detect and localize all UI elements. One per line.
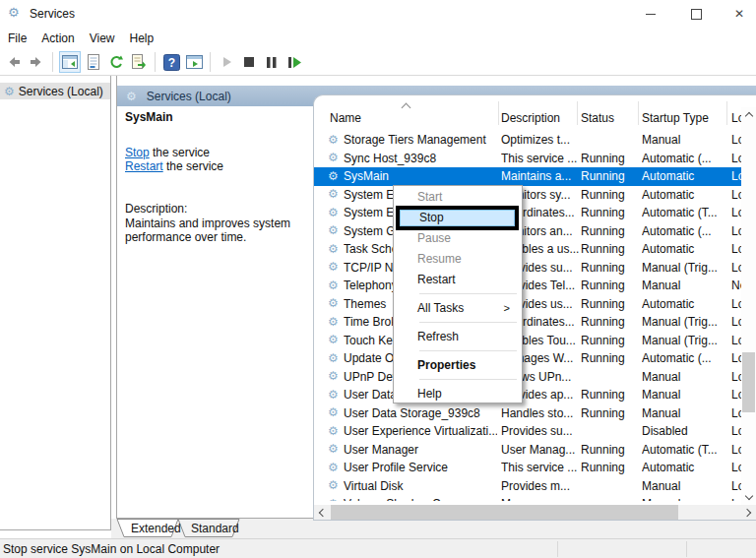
services-node-icon: ⚙	[4, 86, 15, 97]
export-list-button[interactable]	[129, 52, 149, 72]
help-button[interactable]: ?	[161, 52, 181, 72]
context-menu-item-refresh[interactable]: Refresh	[394, 327, 520, 347]
column-header-status[interactable]: Status	[581, 111, 614, 125]
minimize-button[interactable]	[631, 0, 670, 28]
table-row[interactable]: ⚙Task SchedulerEnables a us...RunningAut…	[314, 240, 741, 259]
table-row[interactable]: ⚙TCP/IP NetBIOS HelperProvides su...Runn…	[314, 259, 741, 278]
cell-startup-type: Automatic (...	[642, 351, 729, 365]
tree-item-services-local[interactable]: ⚙ Services (Local)	[0, 83, 110, 99]
refresh-button[interactable]	[106, 52, 126, 72]
service-gear-icon: ⚙	[328, 279, 339, 291]
toolbar-separator	[210, 52, 211, 72]
menu-file[interactable]: File	[8, 31, 27, 45]
cell-startup-type: Manual	[642, 133, 729, 147]
menu-view[interactable]: View	[90, 31, 115, 45]
table-row[interactable]: ⚙System Events BrokerCoordinates...Runni…	[314, 204, 741, 222]
table-row[interactable]: ⚙TelephonyProvides Tel...RunningManualNe	[314, 277, 741, 295]
service-gear-icon: ⚙	[328, 224, 339, 236]
cell-status: Running	[581, 406, 638, 420]
column-divider[interactable]	[577, 101, 578, 125]
cell-log-on-as: Lo	[731, 370, 741, 384]
tab-standard-label[interactable]: Standard	[191, 522, 239, 535]
scroll-left-button[interactable]	[314, 505, 329, 521]
table-row[interactable]: ⚙Virtual DiskProvides m...ManualLo	[314, 477, 741, 496]
table-row[interactable]: ⚙Sync Host_939c8This service ...RunningA…	[314, 150, 741, 168]
cell-startup-type: Automatic	[642, 188, 729, 202]
column-header-startup-type[interactable]: Startup Type	[642, 111, 709, 125]
context-menu-item-resume[interactable]: Resume	[394, 249, 520, 270]
close-button[interactable]: ✕	[720, 0, 756, 28]
cell-startup-type: Automatic (...	[642, 152, 729, 165]
cell-status: Running	[581, 169, 638, 183]
table-row[interactable]: ⚙Update Orchestrator ServiceManages W...…	[314, 349, 741, 368]
context-menu-item-start[interactable]: Start	[394, 187, 520, 208]
table-row[interactable]: ⚙Time BrokerCoordinates...RunningManual …	[314, 313, 741, 332]
column-divider[interactable]	[726, 101, 727, 125]
cell-startup-type: Manual	[642, 406, 729, 420]
scroll-down-button[interactable]	[741, 490, 756, 505]
menu-separator	[419, 322, 517, 323]
view-tabs: Extended Standard	[116, 519, 256, 538]
context-menu-item-all-tasks[interactable]: All Tasks>	[394, 298, 520, 319]
cell-startup-type: Automatic (...	[642, 224, 729, 238]
table-row[interactable]: ⚙User Profile ServiceThis service ...Run…	[314, 459, 741, 477]
table-row[interactable]: ⚙Touch Keyboard and Handw...Enables Tou.…	[314, 332, 741, 350]
column-divider[interactable]	[638, 101, 639, 125]
cell-startup-type: Automatic	[642, 297, 729, 311]
stop-service-button[interactable]	[239, 52, 259, 72]
menu-action[interactable]: Action	[41, 31, 74, 45]
table-row[interactable]: ⚙User ManagerUser Manag...RunningAutomat…	[314, 441, 741, 460]
tab-extended-label[interactable]: Extended	[131, 522, 181, 535]
stop-service-line-text: the service	[150, 146, 210, 159]
table-row[interactable]: ⚙SysMainMaintains a...RunningAutomaticLo	[314, 167, 741, 186]
table-row[interactable]: ⚙System Event Notification ServiceMonito…	[314, 186, 741, 205]
pause-icon	[266, 56, 278, 69]
context-menu-item-help[interactable]: Help	[394, 384, 520, 404]
show-console-tree-button[interactable]	[59, 51, 81, 73]
context-menu-item-properties[interactable]: Properties	[394, 355, 520, 376]
table-row[interactable]: ⚙UPnP Device HostAllows UPn...ManualLo	[314, 368, 741, 387]
scroll-right-button[interactable]	[741, 505, 756, 521]
pause-service-button[interactable]	[262, 52, 282, 72]
table-row[interactable]: ⚙Storage Tiers ManagementOptimizes t...M…	[314, 131, 741, 150]
properties-button[interactable]	[84, 52, 103, 72]
menu-bar: FileActionViewHelp	[0, 28, 756, 49]
table-row[interactable]: ⚙User Data Storage_939c8Handles sto...Ru…	[314, 404, 741, 423]
column-header-description[interactable]: Description	[501, 111, 560, 125]
table-row[interactable]: ⚙System Guard Runtime MonitorMonitors an…	[314, 222, 741, 241]
maximize-button[interactable]	[676, 0, 716, 28]
forward-button[interactable]	[27, 52, 46, 72]
table-row[interactable]: ⚙User Experience Virtualizati...Provides…	[314, 422, 741, 441]
table-row[interactable]: ⚙ThemesProvides us...RunningAutomaticLo	[314, 295, 741, 314]
cell-log-on-as: Lo	[731, 297, 741, 311]
cell-status: Running	[581, 206, 638, 219]
cell-description: Optimizes t...	[501, 133, 579, 147]
context-menu-item-restart[interactable]: Restart	[394, 270, 520, 290]
column-header-name[interactable]: Name	[330, 111, 361, 125]
restart-service-button[interactable]	[284, 52, 304, 72]
context-menu-item-pause[interactable]: Pause	[394, 228, 520, 249]
cell-startup-type: Manual	[642, 370, 729, 384]
table-row[interactable]: ⚙Volume Shadow CopyManages an...ManualLo	[314, 495, 741, 501]
service-gear-icon: ⚙	[328, 188, 339, 200]
table-row[interactable]: ⚙User Data Access_939c8Provides ap...Run…	[314, 386, 741, 404]
tree-item-label: Services (Local)	[19, 85, 103, 98]
scroll-up-button[interactable]	[741, 107, 756, 122]
vertical-scroll-thumb[interactable]	[742, 352, 755, 412]
stop-service-link[interactable]: Stop	[125, 146, 150, 159]
vertical-scrollbar[interactable]	[741, 107, 756, 505]
column-divider[interactable]	[498, 101, 499, 125]
restart-service-link[interactable]: Restart	[125, 159, 163, 173]
horizontal-scrollbar[interactable]	[314, 505, 756, 521]
sort-ascending-icon	[402, 103, 411, 113]
back-button[interactable]	[4, 52, 24, 72]
context-menu-item-stop[interactable]: Stop	[396, 206, 519, 230]
menu-separator	[419, 379, 517, 380]
menu-help[interactable]: Help	[130, 31, 155, 45]
show-action-pane-button[interactable]	[184, 52, 204, 72]
cell-name: Volume Shadow Copy	[344, 497, 497, 501]
cell-name: Virtual Disk	[344, 479, 497, 493]
menu-separator	[419, 293, 517, 294]
horizontal-scroll-thumb[interactable]	[331, 505, 678, 521]
start-service-button[interactable]	[217, 52, 236, 72]
